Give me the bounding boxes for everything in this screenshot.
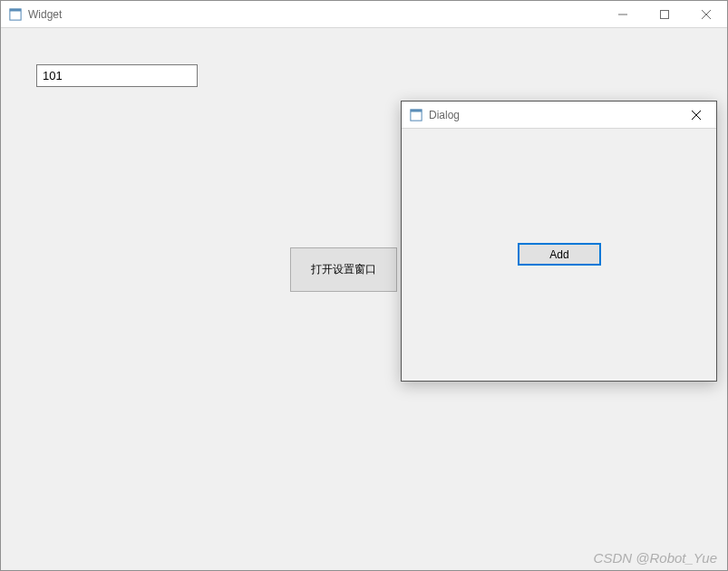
minimize-button[interactable] bbox=[602, 1, 644, 28]
svg-rect-7 bbox=[411, 109, 422, 111]
close-button[interactable] bbox=[676, 102, 716, 129]
maximize-button[interactable] bbox=[644, 1, 685, 28]
add-button-label: Add bbox=[549, 248, 568, 261]
open-settings-button[interactable]: 打开设置窗口 bbox=[290, 247, 397, 292]
add-button[interactable]: Add bbox=[519, 244, 600, 265]
main-window-controls bbox=[602, 1, 727, 28]
open-settings-button-label: 打开设置窗口 bbox=[311, 262, 376, 277]
svg-rect-1 bbox=[10, 8, 21, 11]
dialog-window: Dialog Add bbox=[401, 101, 717, 382]
svg-rect-3 bbox=[661, 11, 669, 19]
dialog-titlebar: Dialog bbox=[402, 102, 716, 129]
close-button[interactable] bbox=[685, 1, 727, 28]
dialog-title: Dialog bbox=[429, 109, 460, 121]
main-window-title: Widget bbox=[28, 8, 62, 21]
main-titlebar: Widget bbox=[1, 1, 727, 28]
app-icon bbox=[409, 108, 423, 122]
dialog-client-area: Add bbox=[402, 129, 716, 381]
value-input[interactable] bbox=[36, 64, 198, 87]
app-icon bbox=[8, 7, 23, 22]
dialog-window-controls bbox=[676, 102, 716, 129]
